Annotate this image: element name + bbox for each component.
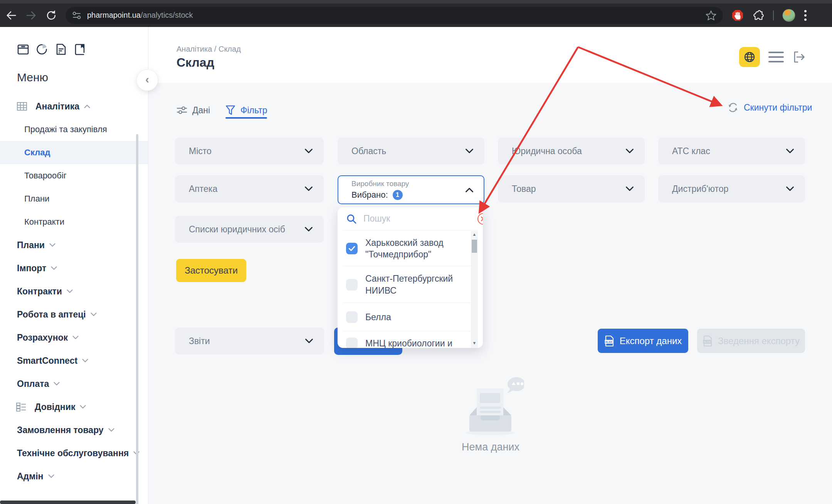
svg-text:XLSX: XLSX: [704, 340, 711, 343]
sidebar-group-calculation[interactable]: Розрахунок: [0, 326, 148, 349]
scroll-down-icon[interactable]: ▼: [471, 340, 478, 346]
pie-chart-icon[interactable]: [36, 43, 48, 55]
url-text: pharmapoint.ua/analytics/stock: [87, 11, 193, 20]
logout-icon[interactable]: [792, 50, 806, 64]
tab-filter[interactable]: Фільтр: [225, 102, 267, 118]
sidebar-item-stock[interactable]: Склад: [0, 141, 148, 164]
producer-label: Виробник товару: [351, 180, 409, 188]
divider: [343, 266, 478, 266]
refresh-icon: [728, 102, 738, 113]
sidebar-item-turnover[interactable]: Товарообіг: [0, 164, 148, 187]
divider: [343, 230, 478, 230]
select-reports[interactable]: Звіти: [175, 328, 324, 354]
extensions-puzzle-icon[interactable]: [752, 9, 765, 22]
address-bar[interactable]: pharmapoint.ua/analytics/stock: [66, 7, 723, 24]
chevron-down-icon: [305, 338, 313, 344]
sidebar-group-maintenance[interactable]: Технічне обслуговування: [0, 442, 148, 465]
select-producer[interactable]: Виробник товару Вибрано: 1: [338, 175, 484, 204]
book-icon[interactable]: [74, 43, 86, 55]
browser-reload-button[interactable]: [42, 7, 60, 24]
chevron-down-icon: [304, 227, 313, 232]
sidebar-group-plans[interactable]: Плани: [0, 234, 148, 257]
browser-chrome: pharmapoint.ua/analytics/stock: [0, 0, 832, 27]
no-data-icon: [462, 376, 524, 435]
select-city[interactable]: Місто: [175, 138, 324, 165]
browser-top-strip: [0, 0, 832, 3]
chevron-down-icon: [304, 148, 313, 154]
divider: [343, 302, 478, 303]
sidebar-group-contracts[interactable]: Контракти: [0, 280, 148, 303]
site-info-icon[interactable]: [72, 10, 82, 20]
select-region[interactable]: Область: [338, 138, 484, 165]
select-legal-entity[interactable]: Юридична особа: [498, 138, 645, 165]
clear-search-icon[interactable]: [477, 213, 483, 225]
producer-option[interactable]: Харьковский завод "Точмедприбор": [338, 231, 471, 266]
scroll-thumb[interactable]: [472, 240, 477, 253]
producer-option[interactable]: Белла: [338, 303, 471, 331]
sliders-icon: [176, 105, 187, 116]
select-legal-lists[interactable]: Списки юридичних осіб: [175, 216, 324, 243]
producer-selected-text: Вибрано:: [351, 190, 388, 200]
tab-data[interactable]: Дані: [176, 102, 210, 118]
select-atc-class[interactable]: АТС клас: [658, 138, 805, 165]
chevron-down-icon: [786, 148, 794, 154]
sidebar-group-pharmacy-work[interactable]: Робота в аптеці: [0, 303, 148, 326]
browser-profile-avatar[interactable]: [782, 9, 795, 22]
document-icon[interactable]: [55, 43, 67, 55]
archive-box-icon[interactable]: [17, 43, 29, 55]
sidebar-group-import[interactable]: Імпорт: [0, 257, 148, 280]
list-rows-icon: [16, 402, 26, 412]
menu-hamburger-icon[interactable]: [768, 49, 784, 65]
checkbox-unchecked[interactable]: [346, 311, 358, 323]
sidebar: Меню Аналітика Продажі та закупівля Скла…: [0, 27, 148, 504]
sidebar-group-product-order[interactable]: Замовлення товару: [0, 418, 148, 442]
sidebar-scrollbar[interactable]: [136, 134, 138, 504]
sidebar-horizontal-scrollbar[interactable]: [0, 501, 136, 504]
language-globe-button[interactable]: [739, 47, 760, 67]
chevron-down-icon: [72, 336, 79, 339]
chevron-up-icon: [84, 104, 90, 108]
sidebar-group-directory[interactable]: Довідник: [0, 395, 148, 418]
svg-text:XLSX: XLSX: [605, 340, 612, 343]
sidebar-item-plans[interactable]: Плани: [0, 187, 148, 210]
chevron-down-icon: [51, 266, 57, 270]
browser-forward-button[interactable]: [22, 7, 40, 24]
search-input[interactable]: [363, 213, 477, 224]
sidebar-group-payment[interactable]: Оплата: [0, 372, 148, 395]
sidebar-group-analytics[interactable]: Аналітика: [0, 95, 148, 118]
chevron-down-icon: [67, 289, 73, 293]
select-distributor[interactable]: Дистриб'ютор: [658, 175, 805, 202]
reset-filters-link[interactable]: Скинути фільтри: [728, 102, 812, 113]
scroll-up-icon[interactable]: ▲: [471, 231, 478, 237]
sidebar-item-contracts[interactable]: Контракти: [0, 210, 148, 234]
checkbox-unchecked[interactable]: [346, 338, 358, 348]
select-pharmacy[interactable]: Аптека: [175, 175, 324, 202]
chevron-down-icon: [48, 474, 54, 478]
select-product[interactable]: Товар: [498, 175, 645, 202]
main-content: Аналітика / Склад Склад Дані Фільтр: [148, 27, 832, 504]
sidebar-group-smartconnect[interactable]: SmartConnect: [0, 349, 148, 372]
checkbox-checked-icon[interactable]: [346, 243, 358, 254]
xlsx-file-icon: XLSX: [703, 335, 713, 347]
browser-menu-icon[interactable]: [804, 9, 807, 22]
sidebar-item-sales-purchases[interactable]: Продажі та закупівля: [0, 118, 148, 141]
producer-option[interactable]: Санкт-Петербургский НИИВС: [338, 267, 471, 302]
breadcrumb: Аналітика / Склад: [176, 45, 241, 54]
sidebar-collapse-button[interactable]: ‹: [136, 69, 158, 91]
sidebar-menu-title: Меню: [17, 71, 148, 84]
dropdown-search-row: [338, 207, 483, 230]
dropdown-scrollbar[interactable]: ▲ ▼: [471, 231, 478, 348]
sidebar-group-admin[interactable]: Адмін: [0, 465, 148, 488]
adblock-extension-icon[interactable]: [731, 9, 744, 22]
chevron-down-icon: [91, 312, 97, 316]
bookmark-star-icon[interactable]: [705, 10, 717, 21]
browser-back-button[interactable]: [2, 7, 20, 24]
producer-option[interactable]: МНЦ криобиологии и: [338, 332, 471, 348]
page-header: [148, 27, 832, 83]
divider: [343, 331, 478, 331]
apply-button[interactable]: Застосувати: [176, 259, 246, 282]
grid-table-icon: [17, 102, 27, 111]
toolbar-separator: [773, 10, 774, 20]
export-data-button[interactable]: XLSX Експорт даних: [598, 329, 688, 353]
checkbox-unchecked[interactable]: [346, 279, 358, 291]
